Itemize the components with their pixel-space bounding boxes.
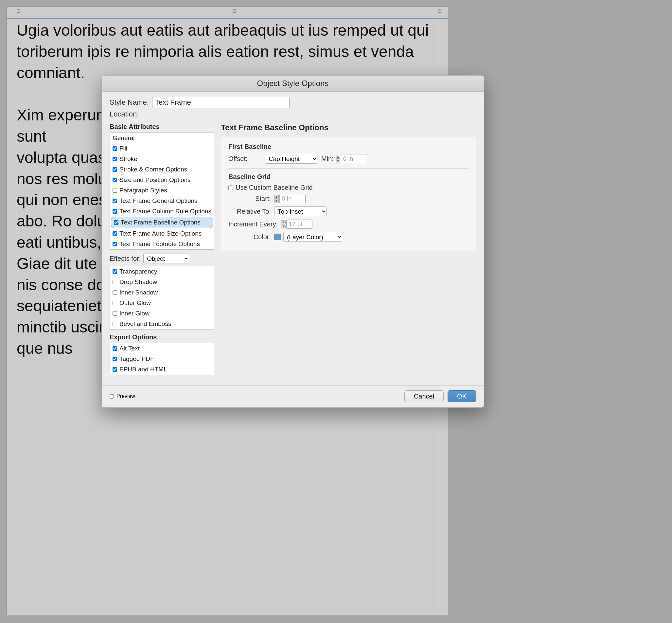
offset-select[interactable]: Cap Height Ascent Leading x Height Fixed	[265, 154, 317, 164]
min-spinner-group: Min: ▲ ▼	[321, 154, 367, 163]
bevel-emboss-checkbox[interactable]	[113, 322, 117, 326]
dialog-title: Object Style Options	[102, 76, 484, 92]
list-item-fill[interactable]: Fill	[110, 143, 214, 154]
export-section: Export Options Alt Text Tagged PDF EP	[110, 333, 214, 375]
basic-attributes-title: Basic Attributes	[110, 123, 214, 130]
color-swatch	[274, 234, 281, 240]
list-item-tf-baseline[interactable]: Text Frame Baseline Options	[111, 217, 213, 228]
min-up-arrow[interactable]: ▲	[336, 155, 340, 159]
list-item-stroke-corner[interactable]: Stroke & Corner Options	[110, 164, 214, 175]
effects-for-label: Effects for:	[110, 255, 141, 262]
right-panel: Text Frame Baseline Options First Baseli…	[221, 123, 476, 379]
min-spinner: ▲ ▼	[336, 154, 367, 163]
preview-checkbox[interactable]	[110, 394, 114, 398]
tf-general-checkbox[interactable]	[113, 199, 117, 203]
increment-up-arrow[interactable]: ▲	[281, 220, 285, 224]
list-item-epub-html[interactable]: EPUB and HTML	[110, 364, 214, 375]
stroke-corner-checkbox[interactable]	[113, 167, 117, 172]
list-item-tf-footnote[interactable]: Text Frame Footnote Options	[110, 239, 214, 249]
transparency-checkbox[interactable]	[113, 269, 117, 274]
dialog-body: Style Name: Location: Basic Attributes G…	[102, 92, 484, 385]
min-down-arrow[interactable]: ▼	[336, 159, 340, 163]
tf-column-checkbox[interactable]	[113, 209, 117, 214]
dialog-main: Basic Attributes General Fill	[110, 123, 476, 379]
list-item-drop-shadow[interactable]: Drop Shadow	[110, 277, 214, 287]
dialog-title-text: Object Style Options	[257, 79, 329, 88]
inner-glow-checkbox[interactable]	[113, 311, 117, 316]
export-list: Alt Text Tagged PDF EPUB and HTML	[110, 343, 214, 375]
cancel-button[interactable]: Cancel	[404, 390, 444, 402]
outer-glow-checkbox[interactable]	[113, 301, 117, 305]
epub-html-checkbox[interactable]	[113, 367, 117, 372]
min-label: Min:	[321, 155, 334, 162]
style-name-input[interactable]	[152, 97, 289, 108]
effects-for-select[interactable]: Object	[143, 254, 189, 263]
color-picker: (Layer Color)	[274, 232, 342, 242]
use-custom-label: Use Custom Baseline Grid	[236, 184, 313, 191]
list-item-tagged-pdf[interactable]: Tagged PDF	[110, 354, 214, 364]
list-item-inner-glow[interactable]: Inner Glow	[110, 308, 214, 319]
list-item-inner-shadow[interactable]: Inner Shadow	[110, 287, 214, 298]
start-up-arrow[interactable]: ▲	[274, 195, 279, 199]
stroke-checkbox[interactable]	[113, 157, 117, 161]
location-row: Location:	[110, 110, 476, 118]
preview-label: Preview	[117, 393, 135, 399]
size-position-checkbox[interactable]	[113, 178, 117, 182]
right-panel-title: Text Frame Baseline Options	[221, 123, 476, 132]
list-item-outer-glow[interactable]: Outer Glow	[110, 298, 214, 308]
tf-baseline-checkbox[interactable]	[114, 220, 118, 225]
first-baseline-title: First Baseline	[228, 143, 468, 150]
tagged-pdf-checkbox[interactable]	[113, 357, 117, 361]
alt-text-checkbox[interactable]	[113, 346, 117, 351]
min-input[interactable]	[341, 154, 367, 163]
preview-row: Preview	[110, 393, 135, 399]
list-item-tf-general[interactable]: Text Frame General Options	[110, 196, 214, 206]
drop-shadow-checkbox[interactable]	[113, 280, 117, 284]
start-row: Start: ▲ ▼	[228, 194, 468, 203]
baseline-grid-title: Baseline Grid	[228, 173, 468, 181]
increment-input[interactable]	[286, 219, 312, 229]
relative-to-row: Relative To: Top Inset Top of Frame Top …	[228, 206, 468, 216]
location-label: Location:	[110, 110, 139, 118]
button-group: Cancel OK	[404, 390, 476, 402]
list-item-size-position[interactable]: Size and Position Options	[110, 175, 214, 185]
increment-down-arrow[interactable]: ▼	[281, 225, 285, 228]
effects-list: Transparency Drop Shadow Inner Shadow Ou…	[110, 266, 214, 329]
increment-spinner: ▲ ▼	[281, 219, 312, 229]
min-spinner-arrows[interactable]: ▲ ▼	[336, 155, 340, 163]
offset-row: Offset: Cap Height Ascent Leading x Heig…	[228, 154, 468, 164]
effects-for-row: Effects for: Object	[110, 254, 214, 263]
list-item-paragraph-styles[interactable]: Paragraph Styles	[110, 185, 214, 196]
increment-label: Increment Every:	[228, 220, 278, 228]
increment-spinner-arrows[interactable]: ▲ ▼	[281, 220, 285, 228]
list-item-alt-text[interactable]: Alt Text	[110, 343, 214, 354]
tf-autosize-checkbox[interactable]	[113, 231, 117, 236]
list-item-stroke[interactable]: Stroke	[110, 154, 214, 164]
list-item-tf-autosize[interactable]: Text Frame Auto Size Options	[110, 228, 214, 239]
dialog-bottom: Preview Cancel OK	[102, 385, 484, 407]
fill-checkbox[interactable]	[113, 146, 117, 151]
inner-shadow-checkbox[interactable]	[113, 290, 117, 295]
list-item-transparency[interactable]: Transparency	[110, 266, 214, 277]
list-item-bevel-emboss[interactable]: Bevel and Emboss	[110, 319, 214, 329]
tf-footnote-checkbox[interactable]	[113, 242, 117, 246]
attributes-list-container: General Fill Stroke Stroke & Corner	[110, 132, 214, 250]
baseline-options-box: First Baseline Offset: Cap Height Ascent…	[221, 137, 476, 251]
start-input[interactable]	[279, 194, 306, 203]
offset-label: Offset:	[228, 155, 261, 162]
list-item-tf-column[interactable]: Text Frame Column Rule Options	[110, 206, 214, 217]
increment-row: Increment Every: ▲ ▼	[228, 219, 468, 229]
start-spinner-arrows[interactable]: ▲ ▼	[274, 195, 279, 203]
style-name-label: Style Name:	[110, 98, 149, 107]
relative-to-select[interactable]: Top Inset Top of Frame Top Margin	[274, 206, 327, 216]
object-style-options-dialog: Object Style Options Style Name: Locatio…	[101, 75, 484, 408]
start-down-arrow[interactable]: ▼	[274, 199, 279, 203]
use-custom-checkbox[interactable]	[228, 185, 233, 190]
paragraph-styles-checkbox[interactable]	[113, 188, 117, 193]
list-item-general[interactable]: General	[110, 133, 214, 143]
start-spinner: ▲ ▼	[274, 194, 306, 203]
ok-button[interactable]: OK	[448, 390, 476, 402]
start-label: Start:	[228, 195, 271, 203]
color-select[interactable]: (Layer Color)	[283, 232, 342, 242]
style-name-row: Style Name:	[110, 97, 476, 108]
